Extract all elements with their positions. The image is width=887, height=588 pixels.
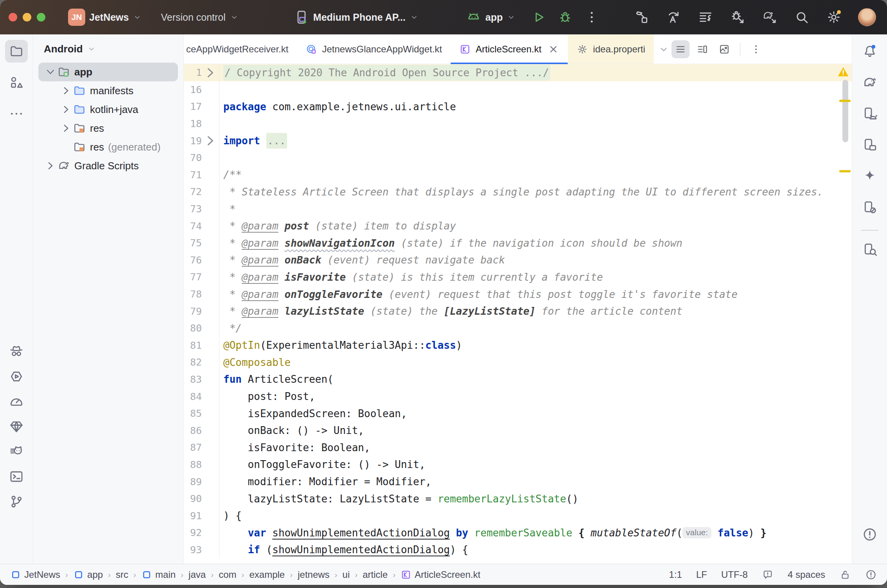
minimize-window-button[interactable]	[23, 13, 31, 22]
zoom-window-button[interactable]	[37, 13, 45, 22]
editor-scrollbar[interactable]	[842, 80, 848, 142]
breadcrumb-item-jetnews[interactable]: JetNews	[10, 569, 60, 580]
code-line-81[interactable]: 81@OptIn(ExperimentalMaterial3Api::class…	[184, 337, 852, 354]
todo-widget[interactable]	[762, 569, 774, 581]
device-selector[interactable]: Medium Phone AP...	[294, 9, 419, 25]
editor-tab-jetnewsglanceappwidget.kt[interactable]: JetnewsGlanceAppWidget.kt	[297, 34, 451, 64]
editor-mode-design[interactable]	[715, 40, 733, 58]
editor-options-kebab-icon[interactable]	[747, 40, 765, 58]
profile-avatar[interactable]	[858, 8, 876, 26]
more-tool-windows[interactable]	[5, 102, 28, 125]
code-line-80[interactable]: 80 */	[184, 320, 852, 337]
notifications-tool-window[interactable]	[858, 40, 881, 63]
code-editor[interactable]: 1/ Copyright 2020 The Android Open Sourc…	[184, 64, 852, 564]
tree-item-res[interactable]: res(generated)	[38, 138, 178, 156]
apply-changes-button[interactable]	[666, 9, 681, 25]
chevron-down-icon[interactable]	[44, 65, 57, 79]
code-line-85[interactable]: 85 isExpandedScreen: Boolean,	[184, 405, 852, 422]
logcat-tool-window[interactable]	[5, 440, 28, 463]
close-window-button[interactable]	[9, 13, 17, 22]
editor-tab-idea.properti[interactable]: idea.properti	[568, 34, 654, 64]
code-line-91[interactable]: 91) {	[184, 507, 852, 524]
version-control-widget[interactable]: Version control	[161, 12, 239, 23]
code-line-70[interactable]: 70	[184, 149, 852, 167]
apply-code-changes-button[interactable]	[698, 9, 713, 25]
build-button[interactable]	[634, 9, 649, 25]
breadcrumb-item-jetnews[interactable]: jetnews	[298, 569, 329, 580]
inspections-widget[interactable]	[865, 569, 877, 581]
app-inspection-devices-tool-window[interactable]	[858, 238, 881, 261]
run-button[interactable]	[531, 9, 546, 25]
tree-item-res[interactable]: res	[38, 119, 178, 138]
gemini-tool-window[interactable]	[858, 165, 881, 188]
settings-button[interactable]	[826, 9, 842, 25]
code-line-92[interactable]: 92 var showUnimplementedActionDialog by …	[184, 524, 852, 541]
editor-tab-ceappwidgetreceiver.kt[interactable]: ceAppWidgetReceiver.kt	[184, 34, 297, 64]
file-writable-lock[interactable]	[839, 569, 851, 581]
gradle-sync-button[interactable]	[762, 9, 777, 25]
breadcrumb-item-com[interactable]: com	[219, 569, 236, 580]
breadcrumb-item-ui[interactable]: ui	[343, 569, 350, 580]
close-tab-icon[interactable]	[548, 43, 559, 55]
breadcrumb-item-app[interactable]: app	[73, 569, 103, 580]
editor-mode-split[interactable]	[693, 40, 711, 58]
tree-item-manifests[interactable]: manifests	[38, 81, 178, 100]
code-line-19[interactable]: 19import ...	[184, 132, 852, 149]
breadcrumb-item-articlescreen.kt[interactable]: ArticleScreen.kt	[400, 569, 480, 580]
resource-manager-tool-window[interactable]	[5, 71, 28, 94]
search-everywhere-button[interactable]	[794, 9, 810, 25]
problems-tool-window[interactable]	[858, 523, 881, 546]
code-line-78[interactable]: 78 * @param onToggleFavorite (event) req…	[184, 286, 852, 303]
code-line-88[interactable]: 88 onToggleFavorite: () -> Unit,	[184, 456, 852, 473]
editor-tab-articlescreen.kt[interactable]: ArticleScreen.kt	[451, 34, 568, 64]
indent-style[interactable]: 4 spaces	[788, 569, 825, 580]
breadcrumb-item-java[interactable]: java	[189, 569, 206, 580]
gradle-tool-window[interactable]	[858, 71, 881, 94]
code-line-93[interactable]: 93 if (showUnimplementedActionDialog) {	[184, 541, 852, 559]
breadcrumb-item-article[interactable]: article	[363, 569, 388, 580]
chevron-right-icon[interactable]	[59, 84, 73, 97]
editor-mode-code[interactable]	[672, 40, 689, 58]
code-line-72[interactable]: 72 * Stateless Article Screen that displ…	[184, 183, 852, 201]
code-line-74[interactable]: 74 * @param post (state) item to display	[184, 217, 852, 235]
breadcrumb-item-main[interactable]: main	[141, 569, 176, 580]
line-separator[interactable]: LF	[696, 569, 707, 580]
warning-stripe-mark[interactable]	[839, 100, 851, 102]
device-manager-tool-window[interactable]	[858, 102, 881, 125]
code-line-1[interactable]: 1/ Copyright 2020 The Android Open Sourc…	[184, 64, 852, 81]
version-control-tool-window[interactable]	[5, 490, 28, 513]
tree-item-gradle-scripts[interactable]: Gradle Scripts	[38, 156, 178, 175]
file-encoding[interactable]: UTF-8	[721, 569, 748, 580]
inspection-warning-icon[interactable]	[837, 65, 850, 79]
breadcrumb-item-src[interactable]: src	[116, 569, 128, 580]
warning-stripe-mark[interactable]	[839, 170, 851, 172]
code-line-16[interactable]: 16	[184, 81, 852, 99]
code-line-89[interactable]: 89 modifier: Modifier = Modifier,	[184, 473, 852, 490]
code-line-76[interactable]: 76 * @param onBack (event) request navig…	[184, 252, 852, 269]
project-tool-window[interactable]	[5, 40, 28, 63]
code-line-71[interactable]: 71/**	[184, 167, 852, 184]
terminal-tool-window[interactable]	[5, 465, 28, 488]
chevron-right-icon[interactable]	[59, 103, 73, 116]
code-line-82[interactable]: 82@Composable	[184, 354, 852, 371]
app-quality-insights-tool-window[interactable]	[5, 415, 28, 438]
app-inspection-tool-window[interactable]	[5, 340, 28, 363]
code-line-73[interactable]: 73 *	[184, 201, 852, 218]
services-tool-window[interactable]	[5, 365, 28, 388]
device-mirroring-tool-window[interactable]	[858, 196, 881, 219]
fold-region-icon[interactable]	[202, 64, 219, 81]
code-line-79[interactable]: 79 * @param lazyListState (state) the [L…	[184, 303, 852, 320]
project-widget[interactable]: JN JetNews	[68, 9, 142, 26]
attach-debugger-button[interactable]	[730, 9, 745, 25]
tree-item-app[interactable]: app	[38, 63, 178, 81]
breadcrumb-item-example[interactable]: example	[249, 569, 285, 580]
fold-region-icon[interactable]	[202, 132, 219, 149]
code-line-77[interactable]: 77 * @param isFavorite (state) is this i…	[184, 269, 852, 286]
code-line-84[interactable]: 84 post: Post,	[184, 388, 852, 405]
tree-item-kotlin+java[interactable]: kotlin+java	[38, 100, 178, 119]
code-line-90[interactable]: 90 lazyListState: LazyListState = rememb…	[184, 490, 852, 507]
code-line-86[interactable]: 86 onBack: () -> Unit,	[184, 422, 852, 439]
run-configuration-selector[interactable]: app	[466, 9, 516, 25]
code-line-17[interactable]: 17package com.example.jetnews.ui.article	[184, 98, 852, 115]
debug-button[interactable]	[557, 9, 573, 25]
